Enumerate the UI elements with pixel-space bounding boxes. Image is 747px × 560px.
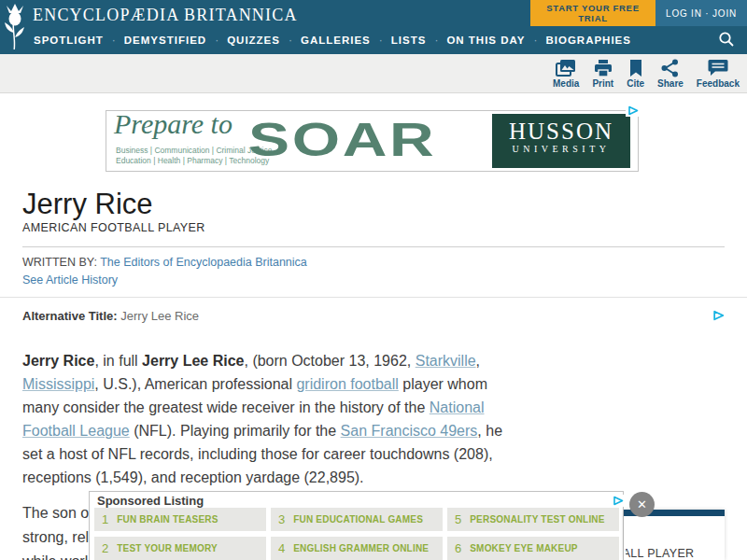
- nav-separator: ·: [379, 34, 383, 47]
- sponsored-item-number: 3: [278, 512, 285, 526]
- sponsored-items-grid: 1FUN BRAIN TEASERS2TEST YOUR MEMORY3FUN …: [94, 508, 619, 560]
- alternative-title-row: Alternative Title: Jerry Lee Rice: [22, 309, 199, 323]
- login-join-button[interactable]: LOG IN · JOIN: [655, 0, 747, 26]
- page-title: Jerry Rice: [22, 188, 153, 221]
- inline-link[interactable]: Starkville: [416, 353, 476, 369]
- nav-separator: ·: [112, 34, 116, 47]
- inline-link[interactable]: gridiron football: [296, 376, 398, 392]
- paragraph-line: set a host of NFL records, including tho…: [22, 442, 502, 466]
- inline-link[interactable]: Mississippi: [22, 376, 94, 392]
- nav-item-on-this-day[interactable]: ON THIS DAY: [446, 35, 525, 46]
- article-paragraph-2: The son ofstrong, reliwhile work: [22, 501, 93, 560]
- text-segment: , U.S.), American professional: [94, 376, 296, 392]
- feedback-label: Feedback: [697, 78, 740, 89]
- media-icon: [556, 59, 576, 77]
- britannica-thistle-logo-icon[interactable]: [3, 4, 27, 54]
- alternative-title-label: Alternative Title:: [22, 309, 118, 323]
- brand-title[interactable]: ENCYCLOPÆDIA BRITANNICA: [33, 6, 298, 25]
- feedback-icon: [708, 59, 728, 77]
- nav-item-quizzes[interactable]: QUIZZES: [227, 35, 280, 46]
- media-button[interactable]: Media: [553, 59, 579, 89]
- paragraph-line: receptions (1,549), and reception yardag…: [22, 466, 502, 489]
- text-segment: player whom: [399, 376, 487, 392]
- text-segment: many consider the greatest wide receiver…: [22, 399, 430, 415]
- ad-programs-line2: Education | Health | Pharmacy | Technolo…: [116, 156, 269, 165]
- ad-headline: Prepare to: [114, 108, 233, 140]
- nav-item-demystified[interactable]: DEMYSTIFIED: [124, 35, 206, 46]
- nav-item-lists[interactable]: LISTS: [391, 35, 427, 46]
- cite-label: Cite: [627, 78, 644, 89]
- sponsored-item-number: 5: [455, 512, 461, 526]
- sponsored-item[interactable]: 6SMOKEY EYE MAKEUP: [447, 537, 619, 560]
- adchoices-icon[interactable]: [611, 495, 625, 507]
- sponsored-item[interactable]: 2TEST YOUR MEMORY: [94, 537, 266, 560]
- sponsored-item[interactable]: 5PERSONALITY TEST ONLINE: [447, 508, 619, 531]
- husson-type: UNIVERSITY: [492, 144, 630, 154]
- paragraph-line: Football League (NFL). Playing primarily…: [22, 419, 502, 442]
- text-segment: set a host of NFL records, including tho…: [22, 446, 493, 462]
- nav-item-galleries[interactable]: GALLERIES: [301, 35, 371, 46]
- paragraph-line: many consider the greatest wide receiver…: [22, 396, 502, 419]
- paragraph-line: strong, reli: [22, 525, 93, 550]
- print-label: Print: [592, 78, 613, 89]
- adchoices-icon[interactable]: [626, 105, 640, 117]
- share-icon: [661, 59, 680, 77]
- article-paragraph-1: Jerry Rice, in full Jerry Lee Rice, (bor…: [22, 349, 502, 489]
- close-icon[interactable]: ✕: [629, 492, 655, 517]
- sponsored-item-label: TEST YOUR MEMORY: [117, 543, 218, 553]
- paragraph-line: Mississippi, U.S.), American professiona…: [22, 372, 502, 396]
- inline-link[interactable]: San Francisco 49ers: [341, 423, 478, 439]
- search-icon[interactable]: [717, 30, 738, 50]
- written-by-link[interactable]: The Editors of Encyclopaedia Britannica: [100, 256, 307, 269]
- preview-card-subtitle: AMERICAN FOOTBALL PLAYER: [626, 547, 694, 559]
- sponsored-item[interactable]: 1FUN BRAIN TEASERS: [94, 508, 266, 531]
- sponsored-item-label: ENGLISH GRAMMER ONLINE: [293, 543, 429, 553]
- nav-separator: ·: [434, 34, 438, 47]
- print-button[interactable]: Print: [592, 59, 613, 89]
- nav-item-biographies[interactable]: BIOGRAPHIES: [545, 35, 631, 46]
- preview-card-clipped-text: AMERICAN FOOTBALL PLAYER: [626, 544, 723, 559]
- sponsored-item-number: 2: [102, 541, 108, 555]
- sponsored-item-number: 6: [455, 541, 461, 555]
- site-header: ENCYCLOPÆDIA BRITANNICA START YOUR FREE …: [0, 0, 747, 54]
- sponsored-listing-ad: Sponsored Listing 1FUN BRAIN TEASERS2TES…: [89, 491, 624, 560]
- text-segment: , he: [477, 423, 502, 439]
- text-segment: , in full: [94, 353, 142, 369]
- alternative-title-value: Jerry Lee Rice: [120, 309, 199, 323]
- share-button[interactable]: Share: [657, 59, 684, 89]
- inline-link[interactable]: Football League: [22, 423, 130, 439]
- start-free-trial-button[interactable]: START YOUR FREE TRIAL: [530, 0, 655, 26]
- cite-icon: [629, 59, 642, 77]
- paragraph-line: while work: [22, 550, 93, 560]
- media-label: Media: [553, 78, 579, 89]
- text-segment: , (born October 13, 1962,: [244, 353, 415, 369]
- inline-link[interactable]: National: [430, 399, 485, 415]
- text-segment: ,: [476, 353, 480, 369]
- sponsored-item[interactable]: 3FUN EDUCATIONAL GAMES: [271, 508, 443, 531]
- cite-button[interactable]: Cite: [627, 59, 644, 89]
- sponsored-item[interactable]: 4ENGLISH GRAMMER ONLINE: [271, 537, 443, 560]
- sponsored-item-label: FUN BRAIN TEASERS: [117, 514, 218, 525]
- ad-big-word: SOAR: [248, 113, 436, 167]
- paragraph-line: Jerry Rice, in full Jerry Lee Rice, (bor…: [22, 349, 502, 372]
- primary-nav: SPOTLIGHT·DEMYSTIFIED·QUIZZES·GALLERIES·…: [34, 26, 631, 54]
- sponsored-item-label: SMOKEY EYE MAKEUP: [470, 543, 577, 553]
- husson-logo-block: HUSSON UNIVERSITY: [492, 114, 630, 168]
- sponsored-item-label: FUN EDUCATIONAL GAMES: [293, 514, 423, 525]
- article-toolbar: Media Print Cite: [0, 54, 747, 93]
- nav-separator: ·: [289, 34, 292, 47]
- paragraph-line: The son of: [22, 501, 93, 525]
- husson-banner-ad[interactable]: Prepare to Business | Communication | Cr…: [106, 110, 639, 172]
- text-segment: Jerry Rice: [22, 353, 94, 369]
- nav-item-spotlight[interactable]: SPOTLIGHT: [34, 35, 104, 46]
- nav-separator: ·: [215, 34, 218, 47]
- feedback-button[interactable]: Feedback: [697, 59, 740, 89]
- adchoices-icon[interactable]: [712, 309, 726, 321]
- print-icon: [594, 59, 613, 77]
- sponsored-item-number: 4: [278, 541, 285, 555]
- nav-separator: ·: [533, 34, 537, 47]
- article-preview-card[interactable]: AMERICAN FOOTBALL PLAYER: [624, 510, 725, 560]
- see-article-history-link[interactable]: See Article History: [22, 273, 118, 287]
- sponsored-item-number: 1: [102, 512, 108, 526]
- share-label: Share: [657, 78, 684, 89]
